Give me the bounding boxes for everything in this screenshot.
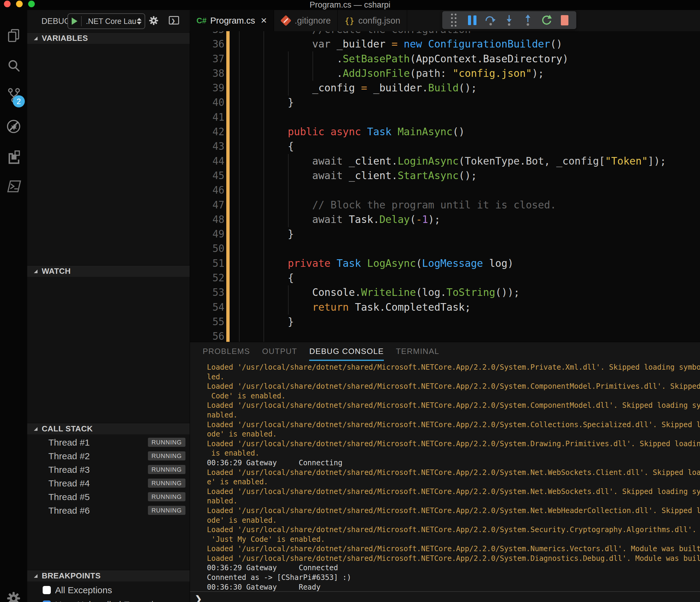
code-line[interactable]: await Task.Delay(-1);: [239, 212, 666, 227]
explorer-icon[interactable]: [4, 26, 24, 46]
terminal-icon[interactable]: [4, 176, 24, 196]
close-tab-icon[interactable]: ✕: [260, 16, 267, 25]
code-editor[interactable]: 3536373839404142434445464748495051525354…: [190, 10, 700, 342]
line-number: 54: [196, 300, 224, 315]
code-line[interactable]: await _client.StartAsync();: [239, 169, 666, 183]
breakpoint-row[interactable]: All Exceptions: [27, 583, 190, 598]
thread-name: Thread #6: [48, 504, 90, 517]
settings-gear-icon[interactable]: [4, 588, 24, 602]
call-stack-section-header[interactable]: CALL STACK: [27, 423, 190, 434]
token-punct: .: [373, 214, 379, 225]
git-modified-gutter-bar: [226, 31, 230, 342]
console-line: Loaded '/usr/local/share/dotnet/shared/M…: [190, 506, 700, 516]
step-over-button[interactable]: [484, 14, 497, 27]
launch-configuration-select[interactable]: .NET Core Laun: [68, 13, 145, 29]
debug-icon[interactable]: [4, 117, 24, 136]
token-kwBlue: new: [404, 38, 428, 50]
code-line[interactable]: [239, 110, 666, 125]
token-method: ToString: [447, 286, 495, 298]
watch-section-header[interactable]: WATCH: [27, 265, 190, 277]
activity-bar: 2: [0, 10, 27, 602]
line-number: 49: [196, 227, 224, 242]
token-punct: (TokenType.Bot, _config[: [458, 155, 605, 167]
tab-program-cs[interactable]: C#Program.cs✕: [190, 10, 274, 31]
token-punct: (: [410, 53, 416, 65]
stop-button[interactable]: [558, 14, 571, 27]
code-line[interactable]: _config = _builder.Build();: [239, 81, 666, 95]
token-punct: .: [392, 170, 398, 181]
token-punct: (path:: [410, 68, 453, 79]
toolbar-drag-handle[interactable]: [447, 14, 460, 27]
panel-tab-debug-console[interactable]: DEBUG CONSOLE: [309, 347, 383, 361]
token-method: WriteLine: [361, 286, 416, 298]
search-icon[interactable]: [4, 56, 24, 76]
extensions-icon[interactable]: [4, 147, 24, 167]
code-line[interactable]: var _builder = new ConfigurationBuilder(…: [239, 37, 666, 51]
chevron-expanded-icon: [34, 36, 38, 40]
thread-status-badge: RUNNING: [148, 465, 185, 474]
restart-button[interactable]: [540, 14, 553, 27]
checkbox-checked[interactable]: ✓: [43, 601, 51, 602]
code-line[interactable]: await _client.LoginAsync(TokenType.Bot, …: [239, 154, 666, 169]
code-line[interactable]: private Task LogAsync(LogMessage log): [239, 256, 666, 271]
call-stack-thread-row[interactable]: Thread #5RUNNING: [27, 490, 190, 504]
tab-config-json[interactable]: {}config.json: [338, 10, 407, 31]
gear-icon[interactable]: [148, 15, 159, 26]
call-stack-thread-row[interactable]: Thread #2RUNNING: [27, 449, 190, 463]
code-line[interactable]: [239, 329, 666, 342]
step-into-button[interactable]: [502, 14, 516, 27]
token-method: AddJsonFile: [343, 68, 410, 79]
console-line: ode' is enabled.: [190, 516, 700, 525]
code-line[interactable]: .SetBasePath(AppContext.BaseDirectory): [239, 52, 666, 66]
tab--gitignore[interactable]: .gitignore: [274, 10, 338, 31]
variables-section-header[interactable]: VARIABLES: [27, 32, 190, 44]
code-line[interactable]: return Task.CompletedTask;: [239, 300, 666, 315]
call-stack-thread-row[interactable]: Thread #3RUNNING: [27, 463, 190, 476]
panel-tab-problems[interactable]: PROBLEMS: [203, 347, 250, 361]
code-line[interactable]: .AddJsonFile(path: "config.json");: [239, 66, 666, 81]
start-debug-icon[interactable]: [72, 18, 77, 25]
token-punct: (: [410, 214, 416, 225]
call-stack-thread-row[interactable]: Thread #6RUNNING: [27, 504, 190, 517]
code-line[interactable]: Console.WriteLine(log.ToString());: [239, 285, 666, 300]
token-punct: ]);: [648, 155, 666, 167]
token-punct: ): [562, 53, 568, 65]
code-line[interactable]: public async Task MainAsync(): [239, 125, 666, 139]
console-line: 'Just My Code' is enabled.: [190, 535, 700, 545]
token-punct: );: [428, 214, 440, 225]
code-line[interactable]: }: [239, 227, 666, 242]
code-line[interactable]: // Block the program until it is closed.: [239, 198, 666, 212]
pause-button[interactable]: [466, 14, 479, 27]
call-stack-thread-row[interactable]: Thread #1RUNNING: [27, 435, 190, 449]
code-line[interactable]: [239, 242, 666, 256]
token-punct: {: [239, 141, 294, 152]
checkbox-unchecked[interactable]: [43, 586, 51, 594]
open-console-icon[interactable]: ❯: [169, 16, 179, 25]
call-stack-thread-row[interactable]: Thread #4RUNNING: [27, 476, 190, 490]
json-braces-icon: {}: [344, 16, 354, 26]
breakpoint-row[interactable]: ✓User-Unhandled Exceptions: [27, 598, 190, 602]
token-punct: (log.: [416, 286, 447, 298]
code-content[interactable]: //create the configuration var _builder …: [239, 22, 666, 342]
tab-label: .gitignore: [295, 16, 331, 26]
code-line[interactable]: {: [239, 271, 666, 285]
console-input-prompt[interactable]: ❯: [195, 594, 202, 602]
breakpoints-section-header[interactable]: BREAKPOINTS: [27, 570, 190, 581]
step-out-button[interactable]: [521, 14, 534, 27]
token-punct: ();: [458, 170, 477, 181]
console-line: nabled.: [190, 496, 700, 506]
token-kwOrange: return: [239, 301, 355, 313]
code-line[interactable]: }: [239, 95, 666, 110]
code-line[interactable]: {: [239, 139, 666, 154]
line-number: 51: [196, 256, 224, 271]
line-number: 41: [196, 110, 224, 125]
console-line: 00:36:29 Gateway Connecting: [190, 458, 700, 468]
source-control-badge: 2: [13, 95, 25, 107]
code-line[interactable]: }: [239, 315, 666, 329]
panel-tab-output[interactable]: OUTPUT: [262, 347, 297, 361]
panel-tab-terminal[interactable]: TERMINAL: [396, 347, 439, 361]
code-line[interactable]: [239, 183, 666, 198]
console-line: Loaded '/usr/local/share/dotnet/shared/M…: [190, 382, 700, 392]
debug-console-output[interactable]: Loaded '/usr/local/share/dotnet/shared/M…: [190, 363, 700, 592]
line-number: 47: [196, 198, 224, 212]
